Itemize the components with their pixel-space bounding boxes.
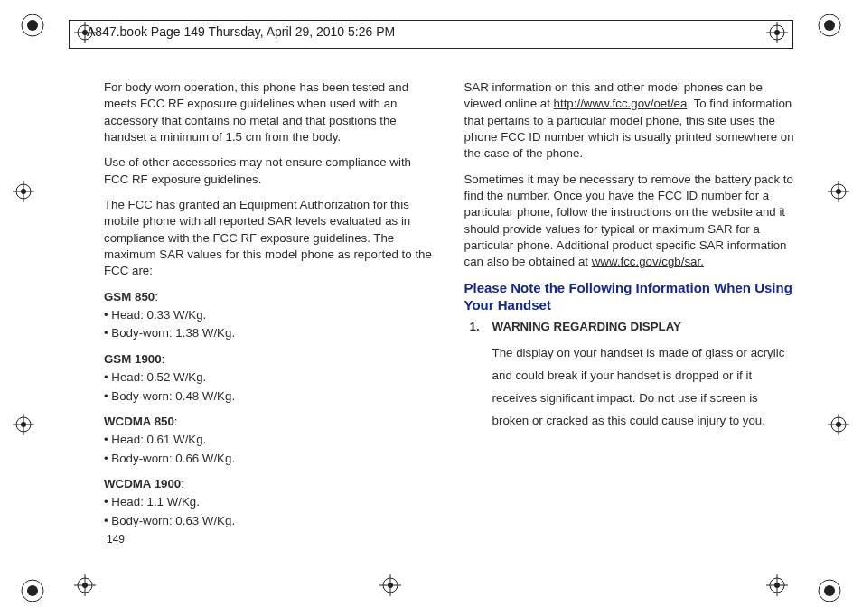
warning-body: The display on your handset is made of g… [492, 346, 785, 428]
registration-mark-icon [766, 574, 788, 596]
registration-mark-icon [74, 574, 96, 596]
sar-value: • Head: 0.33 W/Kg. [104, 307, 437, 323]
body-paragraph: Sometimes it may be necessary to remove … [464, 172, 798, 271]
svg-point-27 [82, 583, 88, 588]
registration-mark-icon [379, 574, 401, 596]
svg-point-15 [21, 189, 26, 194]
body-paragraph: SAR information on this and other model … [464, 79, 798, 163]
svg-point-23 [824, 585, 835, 596]
numbered-item: 1. WARNING REGARDING DISPLAY The display… [470, 319, 798, 432]
svg-point-1 [27, 20, 38, 31]
warning-heading: WARNING REGARDING DISPLAY [492, 319, 797, 335]
fcc-oet-link[interactable]: http://www.fcc.gov/oet/ea [554, 97, 688, 110]
registration-mark-icon [20, 13, 45, 38]
sar-value: • Body-worn: 1.38 W/Kg. [104, 325, 437, 341]
svg-point-43 [836, 422, 841, 427]
registration-mark-icon [13, 181, 34, 202]
registration-mark-icon [828, 181, 849, 202]
sar-band-label: WCDMA 1900: [104, 476, 437, 492]
sar-band-label: WCDMA 850: [104, 414, 437, 430]
item-number: 1. [470, 319, 480, 432]
svg-point-21 [27, 585, 38, 596]
sar-value: • Head: 0.52 W/Kg. [104, 369, 437, 386]
body-paragraph: For body worn operation, this phone has … [104, 79, 437, 145]
body-paragraph: Use of other accessories may not ensure … [104, 154, 437, 188]
svg-point-35 [388, 583, 393, 588]
sar-value: • Body-worn: 0.66 W/Kg. [104, 451, 437, 467]
sar-value: • Body-worn: 0.48 W/Kg. [104, 388, 437, 405]
svg-point-11 [774, 30, 780, 35]
svg-point-31 [774, 583, 780, 588]
registration-mark-icon [817, 13, 842, 38]
sar-band-label: GSM 850: [104, 289, 437, 305]
svg-point-39 [21, 422, 26, 427]
page-number: 149 [107, 533, 125, 546]
fcc-sar-link[interactable]: www.fcc.gov/cgb/sar. [592, 255, 704, 268]
registration-mark-icon [766, 22, 788, 43]
crop-header-text: A847.book Page 149 Thursday, April 29, 2… [87, 24, 395, 39]
section-heading: Please Note the Following Information Wh… [464, 280, 798, 314]
registration-mark-icon [74, 22, 96, 43]
sar-value: • Body-worn: 0.63 W/Kg. [104, 513, 437, 529]
svg-point-19 [836, 189, 841, 194]
registration-mark-icon [13, 414, 34, 435]
sar-band-label: GSM 1900: [104, 351, 437, 368]
body-paragraph: The FCC has granted an Equipment Authori… [104, 197, 437, 280]
svg-point-7 [82, 30, 88, 35]
sar-value: • Head: 0.61 W/Kg. [104, 432, 437, 448]
sar-value: • Head: 1.1 W/Kg. [104, 494, 437, 510]
registration-mark-icon [20, 578, 45, 603]
svg-point-3 [824, 20, 835, 31]
registration-mark-icon [817, 578, 842, 603]
page-body: For body worn operation, this phone has … [104, 79, 797, 535]
registration-mark-icon [828, 414, 849, 435]
